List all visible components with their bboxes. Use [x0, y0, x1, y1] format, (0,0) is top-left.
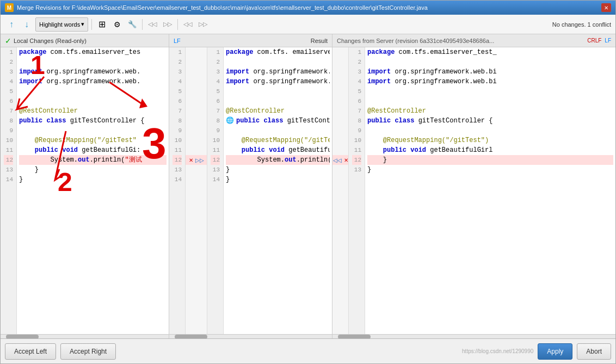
grid-icon: ⊞ [98, 19, 106, 29]
main-window: M Merge Revisions for F:\ideaWorkSpace\E… [0, 0, 616, 364]
down-arrow-icon: ↓ [24, 20, 29, 29]
right-line-4: import org.springframework.web.bi [367, 77, 613, 87]
accept-left-button[interactable]: Accept Left [5, 343, 56, 360]
grid-button[interactable]: ⊞ [95, 18, 108, 31]
conflict-accept-button[interactable]: ▷▷ [195, 157, 205, 163]
middle-line-5 [226, 87, 330, 96]
tools-button[interactable]: 🔧 [126, 18, 139, 31]
middle-line-9 [226, 126, 330, 135]
accept-right-btn[interactable]: ▷▷ [196, 18, 210, 31]
left-line-3: import org.springframework.web. [19, 67, 167, 77]
right-line-12: } [367, 155, 613, 165]
right-code-content: package com.tfs.emailserver_test_ import… [365, 47, 615, 334]
right-line-3: import org.springframework.web.bi [367, 67, 613, 77]
right-panel: Changes from Server (revision 6a331ce409… [332, 34, 615, 338]
middle-line-14: } [226, 175, 330, 184]
left-code-content: package com.tfs.emailserver_tes import o… [17, 47, 169, 334]
middle-line-10: @RequestMapping("/gitTest") [226, 135, 330, 145]
title-bar: M Merge Revisions for F:\ideaWorkSpace\E… [1, 1, 615, 15]
middle-line-numbers-right: 1 2 3 4 5 6 7 8 9 10 11 12 13 14 [207, 47, 224, 334]
middle-line-8: 🌐 public class gitTestController { [226, 116, 330, 126]
left-line-4: import org.springframework.web. [19, 77, 167, 87]
left-panel: ✓ Local Changes (Read-only) 1 2 3 4 5 6 … [1, 34, 169, 338]
accept-left-icon: ◁◁ [183, 21, 192, 28]
right-code-area[interactable]: ◁◁ ✕ 1 2 3 4 5 6 7 8 9 10 11 [332, 47, 615, 334]
next-conflict-icon: ▷▷ [163, 21, 172, 28]
middle-line-2 [226, 57, 330, 67]
middle-code-area[interactable]: 1 2 3 4 5 6 7 8 9 10 11 12 13 14 [169, 47, 332, 334]
right-line-1: package com.tfs.emailserver_test_ [367, 47, 613, 57]
left-line-9 [19, 126, 167, 135]
right-scrollbar-thumb[interactable] [338, 335, 371, 338]
next-conflict-button[interactable]: ▷▷ [161, 18, 174, 31]
middle-scrollbar[interactable] [169, 334, 332, 338]
dropdown-arrow-icon: ▾ [81, 21, 84, 28]
app-icon: M [5, 3, 14, 12]
abort-button[interactable]: Abort [577, 343, 611, 360]
middle-scrollbar-thumb[interactable] [175, 335, 207, 338]
prev-conflict-button[interactable]: ◁◁ [146, 18, 159, 31]
middle-line-1: package com.tfs. emailserver_test_c [226, 47, 330, 57]
accept-left-btn[interactable]: ◁◁ [181, 18, 194, 31]
middle-line-3: import org.springframework.web.bin [226, 67, 330, 77]
prev-conflict-icon: ◁◁ [148, 21, 157, 28]
right-line-10: @RequestMapping("/gitTest") [367, 135, 613, 145]
middle-line-7: @RestController [226, 106, 330, 116]
right-panel-encoding-blue: LF [605, 38, 611, 44]
middle-code-content: package com.tfs. emailserver_test_c impo… [224, 47, 332, 334]
left-line-12: System.out.println("测试 [19, 155, 167, 165]
prev-change-button[interactable]: ↑ [5, 18, 18, 31]
middle-line-12: System.out.println("测试") [226, 155, 330, 165]
right-panel-label: Changes from Server (revision 6a331ce409… [337, 38, 587, 44]
accept-right-button[interactable]: Accept Right [60, 343, 116, 360]
right-gutter-controls: ◁◁ ✕ [332, 47, 349, 334]
left-scrollbar-thumb[interactable] [6, 335, 39, 338]
middle-line-6 [226, 96, 330, 106]
right-line-9 [367, 126, 613, 135]
left-code-area[interactable]: 1 2 3 4 5 6 7 8 9 10 11 12 13 14 package… [1, 47, 169, 334]
right-line-6 [367, 96, 613, 106]
separator-1 [91, 19, 92, 30]
right-panel-header: Changes from Server (revision 6a331ce409… [332, 34, 615, 47]
accept-right-icon: ▷▷ [199, 21, 207, 28]
bottom-left-buttons: Accept Left Accept Right [5, 343, 116, 360]
highlight-words-button[interactable]: Highlight words ▾ [35, 17, 88, 32]
right-line-5 [367, 87, 613, 96]
bottom-right-buttons: https://blog.csdn.net/1290990 Apply Abor… [462, 343, 611, 360]
wrench-icon: 🔧 [128, 20, 137, 28]
globe-icon: 🌐 [226, 116, 234, 126]
right-conflict-reject-button[interactable]: ✕ [343, 157, 349, 163]
settings-button[interactable]: ⚙ [110, 18, 124, 31]
apply-button[interactable]: Apply [538, 343, 572, 360]
right-line-13: } [367, 165, 613, 175]
conflict-status: No changes. 1 conflict [552, 21, 611, 28]
separator-3 [177, 19, 178, 30]
right-line-7: @RestController [367, 106, 613, 116]
left-line-6 [19, 96, 167, 106]
next-change-button[interactable]: ↓ [20, 18, 33, 31]
watermark: https://blog.csdn.net/1290990 [462, 348, 533, 354]
left-panel-label: Local Changes (Read-only) [14, 38, 164, 44]
right-scrollbar[interactable] [332, 334, 615, 338]
right-line-8: public class gitTestController { [367, 116, 613, 126]
gear-icon: ⚙ [114, 20, 121, 29]
left-line-10: @RequestMapping("/gitTest" [19, 135, 167, 145]
gutter-controls: ✕ ▷▷ [186, 47, 207, 334]
left-line-14: } [19, 175, 167, 184]
conflict-reject-button[interactable]: ✕ [188, 157, 194, 163]
left-line-1: package com.tfs.emailserver_tes [19, 47, 167, 57]
middle-line-13: } [226, 165, 330, 175]
close-button[interactable]: ✕ [601, 3, 611, 12]
middle-panel-lf-label: LF [174, 38, 181, 44]
right-line-numbers: 1 2 3 4 5 6 7 8 9 10 11 12 13 [349, 47, 365, 334]
left-line-13: } [19, 165, 167, 175]
left-scrollbar[interactable] [1, 334, 169, 338]
window-title: Merge Revisions for F:\ideaWorkSpace\Ema… [17, 4, 428, 11]
left-line-8: public class gitTestController { [19, 116, 167, 126]
left-panel-check-icon: ✓ [5, 36, 11, 45]
right-line-2 [367, 57, 613, 67]
right-conflict-accept-button[interactable]: ◁◁ [332, 157, 342, 163]
left-line-5 [19, 87, 167, 96]
left-line-2 [19, 57, 167, 67]
bottom-bar: Accept Left Accept Right https://blog.cs… [1, 338, 615, 363]
